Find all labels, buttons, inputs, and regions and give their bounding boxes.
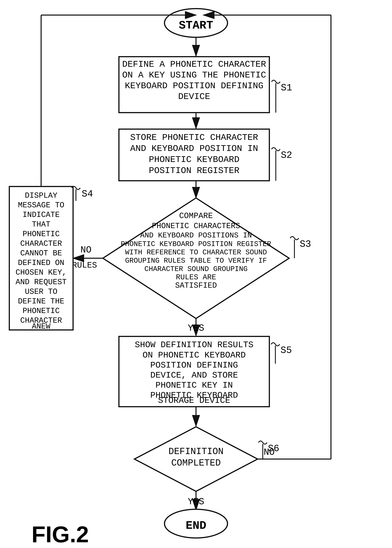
s4-t1: DISPLAY	[25, 191, 57, 200]
s3-t8: RULES ARE	[176, 273, 216, 281]
s1-line4: DEVICE	[178, 92, 210, 102]
s4-t15: ANEW	[32, 322, 50, 331]
s3-t6: GROUPING RULES TABLE TO VERIFY IF	[125, 257, 267, 265]
s2-line1: STORE PHONETIC CHARACTER	[130, 132, 258, 143]
s1-step: S1	[281, 82, 292, 93]
s1-line2: ON A KEY USING THE PHONETIC	[122, 70, 266, 80]
s3-t9: SATISFIED	[175, 281, 217, 290]
s5-t5: PHONETIC KEY IN	[155, 381, 233, 390]
s5-t7: STORAGE DEVICE	[158, 396, 230, 405]
s1-line3: KEYBOARD POSITION DEFINING	[125, 81, 263, 91]
s3-t5: WITH REFERENCE TO CHARACTER SOUND	[125, 248, 267, 257]
s6-t1: DEFINITION	[168, 447, 224, 457]
s4-t11: USER TO	[25, 287, 57, 296]
s4-t10: AND REQUEST	[16, 278, 67, 287]
s5-t1: SHOW DEFINITION RESULTS	[135, 340, 253, 350]
s3-rules: RULES	[72, 261, 97, 270]
s3-no: NO	[81, 245, 91, 255]
s4-t12: DEFINE THE	[18, 297, 64, 306]
s4-t5: PHONETIC	[22, 230, 60, 238]
s3-t3: AND KEYBOARD POSITIONS IN	[140, 231, 252, 240]
s3-step: S3	[300, 239, 311, 250]
s1-line1: DEFINE A PHONETIC CHARACTER	[122, 59, 266, 69]
s4-t2: MESSAGE TO	[18, 201, 64, 209]
s2-line3: PHONETIC KEYBOARD	[149, 154, 239, 165]
s4-t6: CHARACTER	[20, 239, 62, 248]
s5-t3: POSITION DEFINING	[150, 360, 238, 370]
s2-line2: AND KEYBOARD POSITION IN	[130, 144, 258, 154]
s4-t8: DEFINED ON	[18, 259, 64, 267]
s4-step: S4	[82, 189, 93, 199]
s2-line4: POSITION REGISTER	[149, 166, 239, 176]
s3-t4: PHONETIC KEYBOARD POSITION REGISTER	[121, 240, 271, 248]
s3-t2: PHONETIC CHARACTERS	[152, 222, 240, 231]
s4-t9: CHOSEN KEY,	[16, 268, 67, 277]
s4-t4: THAT	[32, 220, 50, 229]
s4-t7: CANNOT BE	[20, 249, 62, 258]
s4-t13: PHONETIC	[22, 307, 60, 315]
fig-label: FIG.2	[32, 521, 89, 547]
s6-t2: COMPLETED	[171, 458, 221, 468]
start-text: START	[179, 19, 213, 32]
s3-yes: YES	[188, 323, 204, 333]
s2-step: S2	[281, 150, 292, 161]
s3-t1: COMPARE	[179, 211, 213, 221]
s5-t4: DEVICE, AND STORE	[150, 370, 238, 380]
s5-t2: ON PHONETIC KEYBOARD	[143, 350, 246, 360]
s6-yes: YES	[188, 497, 204, 507]
s3-t7: CHARACTER SOUND GROUPING	[144, 265, 248, 273]
s5-step: S5	[280, 345, 292, 356]
end-text: END	[186, 519, 206, 532]
s4-t3: INDICATE	[22, 210, 60, 219]
s6-no: NO	[264, 447, 275, 457]
